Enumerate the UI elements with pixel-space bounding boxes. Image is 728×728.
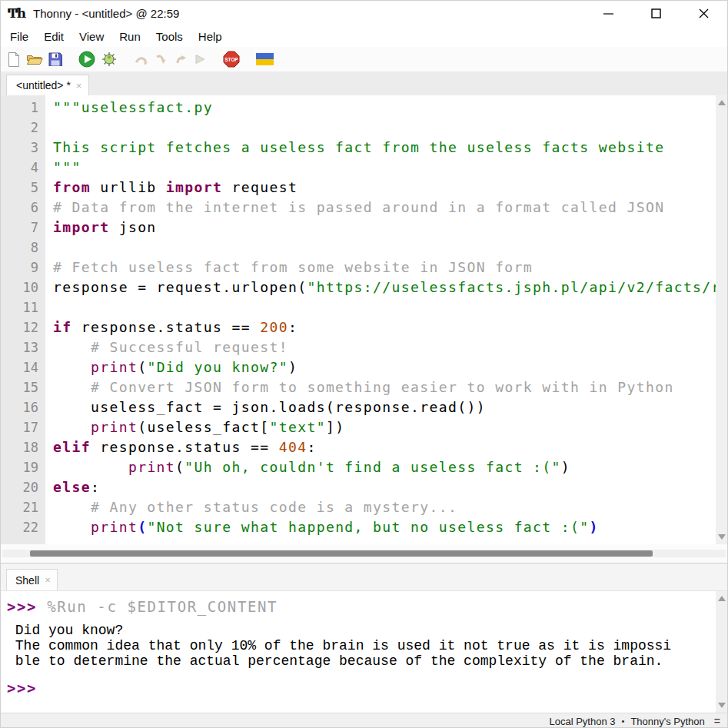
shell-panel[interactable]: >>> %Run -c $EDITOR_CONTENT Did you know… bbox=[1, 590, 727, 713]
shell-vertical-scrollbar[interactable] bbox=[716, 591, 727, 713]
menu-tools[interactable]: Tools bbox=[148, 28, 191, 45]
open-file-button[interactable] bbox=[26, 49, 43, 69]
shell-line[interactable]: The common idea that only 10% of the bra… bbox=[7, 638, 716, 653]
shell-content[interactable]: >>> %Run -c $EDITOR_CONTENT Did you know… bbox=[1, 591, 716, 713]
code-line[interactable]: else: bbox=[53, 477, 716, 497]
step-into-icon bbox=[155, 52, 168, 66]
code-line[interactable] bbox=[53, 298, 716, 317]
menu-file[interactable]: File bbox=[2, 28, 36, 45]
support-ukraine-button[interactable] bbox=[256, 49, 274, 69]
code-line[interactable]: """uselessfact.py bbox=[53, 98, 716, 118]
stop-button[interactable]: STOP bbox=[223, 49, 240, 69]
code-editor[interactable]: 12345678910111213141516171819202122 """u… bbox=[1, 95, 727, 544]
new-file-button[interactable] bbox=[7, 49, 21, 69]
shell-line[interactable]: ble to determine the actual percentage b… bbox=[7, 653, 716, 669]
code-line[interactable]: useless_fact = json.loads(response.read(… bbox=[53, 397, 716, 417]
code-line[interactable]: elif response.status == 404: bbox=[53, 437, 716, 457]
code-line[interactable]: response = request.urlopen("https://usel… bbox=[53, 278, 716, 298]
close-icon bbox=[699, 8, 709, 18]
code-line[interactable]: import json bbox=[53, 218, 716, 238]
editor-vertical-scrollbar[interactable] bbox=[716, 95, 727, 544]
minimize-icon bbox=[603, 8, 613, 18]
code-line[interactable] bbox=[53, 238, 716, 258]
save-floppy-icon bbox=[48, 52, 62, 66]
close-button[interactable] bbox=[680, 1, 727, 25]
code-line[interactable]: print(useless_fact["text"]) bbox=[53, 417, 716, 437]
code-line[interactable]: # Fetch useless fact from some website i… bbox=[53, 258, 716, 278]
line-number: 11 bbox=[1, 298, 45, 317]
line-number: 17 bbox=[1, 417, 45, 437]
code-line[interactable]: print("Did you know?") bbox=[53, 357, 716, 377]
line-number: 16 bbox=[1, 397, 45, 417]
line-number: 18 bbox=[1, 437, 45, 457]
step-out-icon bbox=[174, 52, 188, 66]
ukraine-flag-icon bbox=[256, 53, 274, 65]
line-number: 4 bbox=[1, 158, 45, 178]
shell-tab-close-icon[interactable]: × bbox=[45, 574, 51, 586]
stop-sign-icon: STOP bbox=[223, 51, 240, 68]
line-number: 22 bbox=[1, 517, 45, 537]
shell-tab-label: Shell bbox=[15, 574, 39, 587]
code-line[interactable]: This script fetches a useless fact from … bbox=[53, 138, 716, 158]
editor-horizontal-scrollbar[interactable] bbox=[1, 544, 727, 563]
menu-run[interactable]: Run bbox=[111, 28, 148, 45]
code-line[interactable]: # Any other status code is a mystery... bbox=[53, 497, 716, 517]
resume-play-icon bbox=[193, 52, 207, 66]
new-file-icon bbox=[7, 52, 21, 68]
menu-edit[interactable]: Edit bbox=[36, 28, 71, 45]
hscroll-thumb[interactable] bbox=[30, 550, 653, 557]
shell-line[interactable]: Did you know? bbox=[7, 623, 716, 638]
tab-untitled[interactable]: <untitled> * × bbox=[6, 75, 89, 95]
code-line[interactable]: print("Uh oh, couldn't find a useless fa… bbox=[53, 457, 716, 477]
code-line[interactable]: """ bbox=[53, 158, 716, 178]
step-out-button bbox=[174, 49, 188, 69]
code-line[interactable]: print("Not sure what happend, but no use… bbox=[53, 517, 716, 537]
run-button[interactable] bbox=[78, 49, 95, 69]
save-file-button[interactable] bbox=[48, 49, 62, 69]
code-line[interactable]: # Successful request! bbox=[53, 337, 716, 357]
maximize-button[interactable] bbox=[632, 1, 680, 25]
interpreter-label[interactable]: Local Python 3 bbox=[550, 716, 616, 727]
code-line[interactable] bbox=[53, 118, 716, 138]
maximize-icon bbox=[651, 8, 661, 18]
debug-bug-icon bbox=[101, 51, 118, 68]
code-line[interactable]: # Convert JSON form to something easier … bbox=[53, 377, 716, 397]
code-line[interactable]: from urllib import request bbox=[53, 178, 716, 198]
backend-label[interactable]: Thonny's Python bbox=[630, 716, 704, 727]
line-number: 6 bbox=[1, 198, 45, 218]
line-number: 3 bbox=[1, 138, 45, 158]
toolbar: STOP bbox=[1, 47, 727, 71]
backend-menu-icon[interactable]: = bbox=[714, 715, 720, 727]
line-number: 15 bbox=[1, 377, 45, 397]
editor-code-area[interactable]: """uselessfact.pyThis script fetches a u… bbox=[45, 95, 716, 544]
title-bar: Ͳh Thonny - <untitled> @ 22:59 bbox=[1, 1, 727, 25]
scroll-down-arrow-icon[interactable] bbox=[718, 534, 726, 540]
svg-text:STOP: STOP bbox=[224, 57, 238, 62]
tab-close-icon[interactable]: × bbox=[76, 80, 82, 91]
shell-line[interactable]: >>> bbox=[7, 679, 716, 697]
shell-line[interactable]: >>> %Run -c $EDITOR_CONTENT bbox=[7, 597, 716, 616]
scroll-down-arrow-icon[interactable] bbox=[718, 703, 726, 708]
status-separator: • bbox=[622, 716, 625, 726]
line-number: 21 bbox=[1, 497, 45, 517]
scroll-up-arrow-icon[interactable] bbox=[718, 100, 726, 105]
menu-view[interactable]: View bbox=[71, 28, 111, 45]
debug-button[interactable] bbox=[101, 49, 118, 69]
resume-button bbox=[193, 49, 207, 69]
line-number: 19 bbox=[1, 457, 45, 477]
line-number: 20 bbox=[1, 477, 45, 497]
tab-label: <untitled> * bbox=[16, 79, 71, 91]
scroll-up-arrow-icon[interactable] bbox=[718, 596, 726, 601]
shell-tab-row: Shell × bbox=[1, 563, 727, 590]
editor-tab-row: <untitled> * × bbox=[1, 71, 727, 95]
line-number: 8 bbox=[1, 238, 45, 258]
line-number: 2 bbox=[1, 118, 45, 138]
step-over-icon bbox=[134, 52, 149, 66]
run-play-icon bbox=[78, 51, 95, 68]
code-line[interactable]: # Data from the internet is passed aroun… bbox=[53, 198, 716, 218]
code-line[interactable]: if response.status == 200: bbox=[53, 317, 716, 337]
menu-help[interactable]: Help bbox=[191, 28, 230, 45]
window-controls bbox=[584, 1, 727, 25]
minimize-button[interactable] bbox=[584, 1, 632, 25]
tab-shell[interactable]: Shell × bbox=[6, 569, 58, 590]
